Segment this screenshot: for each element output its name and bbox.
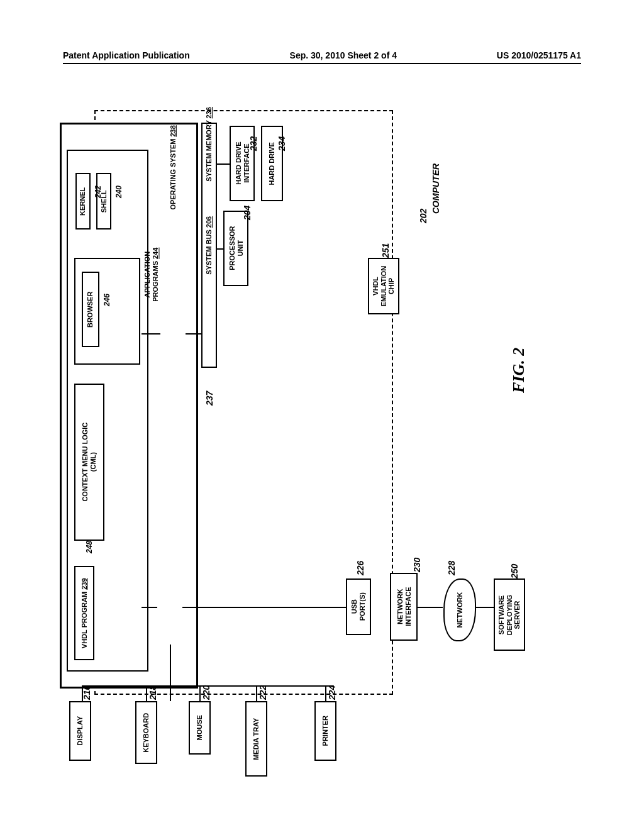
printer-ref: 224 (327, 685, 337, 700)
kernel-text: KERNEL (79, 187, 87, 215)
mouse-text: MOUSE (196, 715, 204, 740)
browser-text: BROWSER (87, 291, 95, 327)
processor-unit-text: PROCESSOR UNIT (228, 226, 243, 270)
printer-text: PRINTER (321, 716, 330, 746)
network-interface-text: NETWORK INTERFACE (396, 587, 411, 626)
media-tray-ref: 222 (258, 685, 268, 700)
line-iobus-iointerface (142, 607, 157, 608)
shell-ref: 240 (115, 185, 124, 198)
computer-ref: 202 (418, 209, 428, 223)
network-cloud: NETWORK (443, 578, 476, 641)
network-text: NETWORK (456, 592, 464, 628)
software-deploying-server-ref: 250 (509, 564, 519, 578)
vhdl-program-text: VHDL PROGRAM 239 (80, 578, 89, 648)
software-deploying-server-text: SOFTWARE DEPLOYING SERVER (497, 594, 521, 635)
processor-unit: PROCESSOR UNIT (223, 211, 248, 286)
display-text: DISPLAY (76, 716, 84, 746)
line-iointerface-usb (182, 607, 346, 608)
line-network-server (476, 607, 494, 608)
vhdl-emulation-chip-ref: 251 (380, 243, 391, 258)
line-to-display (82, 685, 83, 701)
mouse: MOUSE (189, 701, 211, 755)
line-sysbus-bridge (186, 333, 201, 335)
usb-ports: USB PORT(S) (346, 578, 371, 635)
line-to-mouse (199, 685, 201, 701)
vhdl-emulation-chip-text: VHDL EMULATION CHIP (372, 266, 396, 307)
application-programs-title: APPLICATION PROGRAMS 244 (143, 248, 159, 302)
header-right: US 2010/0251175 A1 (497, 50, 581, 60)
line-hdi-sysbus (217, 163, 230, 165)
diagram: COMPUTER 202 VHDL EMULATION CHIP 251 HAR… (94, 110, 503, 755)
processor-unit-ref: 204 (242, 206, 252, 220)
hard-drive-text: HARD DRIVE (268, 142, 276, 185)
kernel-ref: 242 (94, 185, 103, 198)
operating-system-title: OPERATING SYSTEM 238 (169, 125, 177, 209)
printer: PRINTER (314, 701, 336, 761)
media-tray-text: MEDIA TRAY (252, 717, 260, 760)
software-deploying-server: SOFTWARE DEPLOYING SERVER (494, 578, 525, 651)
hard-drive-interface-text: HARD DRIVE INTERFACE (234, 142, 250, 185)
cml-text: CONTEXT MENU LOGIC (CML) (81, 423, 97, 502)
browser: BROWSER (82, 272, 99, 347)
system-memory: SYSTEM MEMORY 236 OPERATING SYSTEM 238 S… (60, 123, 198, 689)
browser-ref: 246 (103, 294, 112, 306)
kernel: KERNEL (75, 173, 91, 230)
line-netif-network (418, 607, 443, 608)
vhdl-emulation-chip: VHDL EMULATION CHIP (368, 258, 399, 314)
display: DISPLAY (69, 701, 91, 761)
line-to-printer (325, 685, 326, 701)
header-rule (63, 63, 581, 64)
vhdl-chip-ref: 237 (204, 391, 214, 406)
cml-ref: 248 (86, 541, 94, 553)
keyboard: KEYBOARD (135, 701, 157, 764)
network-interface: NETWORK INTERFACE (390, 573, 418, 641)
usb-ports-text: USB PORT(S) (350, 592, 366, 621)
context-menu-logic: CONTEXT MENU LOGIC (CML) (74, 384, 104, 541)
system-memory-title: SYSTEM MEMORY 236 (205, 107, 213, 182)
line-to-keyboard (146, 685, 147, 701)
hard-drive-ref: 234 (277, 136, 287, 151)
computer-label: COMPUTER (431, 163, 441, 214)
usb-ports-ref: 226 (355, 561, 365, 575)
operating-system: OPERATING SYSTEM 238 SHELL 240 KERNEL 24… (67, 150, 148, 672)
media-tray: MEDIA TRAY (245, 701, 267, 777)
line-periph-bus (82, 685, 333, 687)
line-bridge-iobus (142, 333, 160, 335)
line-io-periph (170, 645, 171, 701)
line-to-media (256, 685, 257, 701)
mouse-ref: 220 (201, 685, 211, 700)
keyboard-text: KEYBOARD (142, 713, 150, 753)
page-header: Patent Application Publication Sep. 30, … (0, 50, 644, 60)
network-ref: 228 (447, 561, 457, 575)
header-left: Patent Application Publication (63, 50, 190, 60)
network-interface-ref: 230 (412, 558, 422, 572)
system-bus-text: SYSTEM BUS 206 (205, 216, 213, 275)
line-proc-sysbus (217, 248, 223, 250)
vhdl-program: VHDL PROGRAM 239 (74, 566, 94, 660)
application-programs: APPLICATION PROGRAMS 244 BROWSER 246 (74, 258, 140, 365)
hard-drive-interface-ref: 232 (248, 136, 258, 151)
header-center: Sep. 30, 2010 Sheet 2 of 4 (290, 50, 397, 60)
figure-label: FIG. 2 (509, 348, 528, 393)
shell: SHELL (96, 173, 111, 230)
